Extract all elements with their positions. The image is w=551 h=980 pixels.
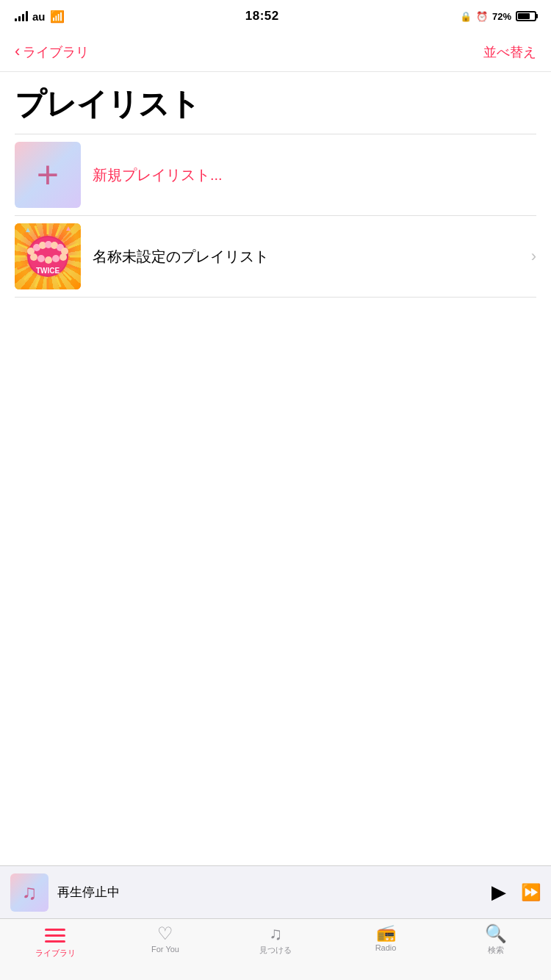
svg-line-14 xyxy=(24,233,32,241)
content-area: プレイリスト + 新規プレイリスト... xyxy=(0,72,551,865)
tab-foryou-label: For You xyxy=(151,945,179,954)
nav-bar: ‹ ライブラリ 並べ替え xyxy=(0,32,551,72)
mini-artwork: ♫ xyxy=(10,873,48,912)
svg-point-28 xyxy=(52,255,60,262)
music-note-icon: ♫ xyxy=(22,881,37,904)
fast-forward-button[interactable]: ⏩ xyxy=(521,883,541,902)
page-title: プレイリスト xyxy=(15,84,536,125)
tab-library[interactable]: ライブラリ xyxy=(0,925,110,959)
plus-icon: + xyxy=(37,156,59,194)
svg-line-6 xyxy=(63,272,71,280)
play-button[interactable]: ▶ xyxy=(491,881,506,904)
svg-line-3 xyxy=(68,244,79,248)
tab-radio-label: Radio xyxy=(375,943,397,952)
svg-line-1 xyxy=(56,226,60,236)
page-title-container: プレイリスト xyxy=(0,72,551,125)
sort-button[interactable]: 並べ替え xyxy=(483,43,536,61)
svg-line-15 xyxy=(35,226,40,236)
status-bar: au 📶 18:52 🔒 ⏰ 72% xyxy=(0,0,551,32)
mini-controls: ▶ ⏩ xyxy=(491,881,541,904)
svg-point-27 xyxy=(45,256,52,264)
tab-foryou[interactable]: ♡ For You xyxy=(110,925,220,954)
status-left: au 📶 xyxy=(15,10,65,24)
signal-icon xyxy=(15,11,28,21)
new-playlist-artwork: + xyxy=(15,142,81,208)
battery-icon xyxy=(516,11,536,21)
separator-2 xyxy=(15,297,536,298)
sunburst-svg: TWICE xyxy=(15,223,81,289)
playlist-chevron-icon: › xyxy=(531,247,536,266)
radio-icon: 📻 xyxy=(376,925,396,941)
mini-player[interactable]: ♫ 再生停止中 ▶ ⏩ xyxy=(0,865,551,918)
svg-line-9 xyxy=(35,277,40,287)
tab-browse[interactable]: ♫ 見つける xyxy=(220,925,331,956)
untitled-playlist-info: 名称未設定のプレイリスト xyxy=(81,247,531,267)
untitled-playlist-item[interactable]: TWICE 名称未設定のプレイリスト › xyxy=(0,216,551,297)
library-icon xyxy=(45,925,65,945)
svg-point-25 xyxy=(30,253,37,261)
wifi-icon: 📶 xyxy=(50,10,65,24)
back-button[interactable]: ‹ ライブラリ xyxy=(15,43,89,61)
battery-percent: 72% xyxy=(492,11,511,22)
heart-icon: ♡ xyxy=(157,925,173,943)
svg-marker-31 xyxy=(26,228,30,232)
svg-line-13 xyxy=(17,244,27,248)
svg-line-5 xyxy=(68,264,79,269)
alarm-icon: ⏰ xyxy=(476,11,488,22)
tab-bar: ライブラリ ♡ For You ♫ 見つける 📻 Radio 🔍 検索 xyxy=(0,918,551,980)
tab-library-label: ライブラリ xyxy=(35,948,76,959)
status-time: 18:52 xyxy=(245,9,279,24)
svg-line-2 xyxy=(63,233,71,241)
svg-point-26 xyxy=(37,255,45,262)
note-icon: ♫ xyxy=(269,925,282,943)
new-playlist-info: 新規プレイリスト... xyxy=(81,165,536,185)
untitled-playlist-name: 名称未設定のプレイリスト xyxy=(93,248,269,264)
svg-line-11 xyxy=(17,264,27,269)
tab-search[interactable]: 🔍 検索 xyxy=(441,925,551,956)
new-playlist-item[interactable]: + 新規プレイリスト... xyxy=(0,134,551,215)
svg-point-29 xyxy=(60,253,67,261)
svg-marker-32 xyxy=(66,226,71,231)
tab-search-label: 検索 xyxy=(488,945,504,956)
mini-player-title: 再生停止中 xyxy=(57,884,483,901)
carrier-label: au xyxy=(32,10,46,23)
svg-line-10 xyxy=(24,272,32,280)
new-playlist-name: 新規プレイリスト... xyxy=(93,167,223,183)
status-right: 🔒 ⏰ 72% xyxy=(460,11,536,22)
tab-browse-label: 見つける xyxy=(259,945,292,956)
lock-icon: 🔒 xyxy=(460,11,472,22)
svg-line-7 xyxy=(56,277,60,287)
svg-text:TWICE: TWICE xyxy=(36,267,60,275)
search-icon: 🔍 xyxy=(485,925,507,943)
playlist-list: + 新規プレイリスト... xyxy=(0,134,551,298)
tab-radio[interactable]: 📻 Radio xyxy=(331,925,441,952)
back-label: ライブラリ xyxy=(23,43,89,61)
twice-artwork: TWICE xyxy=(15,223,81,289)
back-chevron-icon: ‹ xyxy=(15,42,20,61)
